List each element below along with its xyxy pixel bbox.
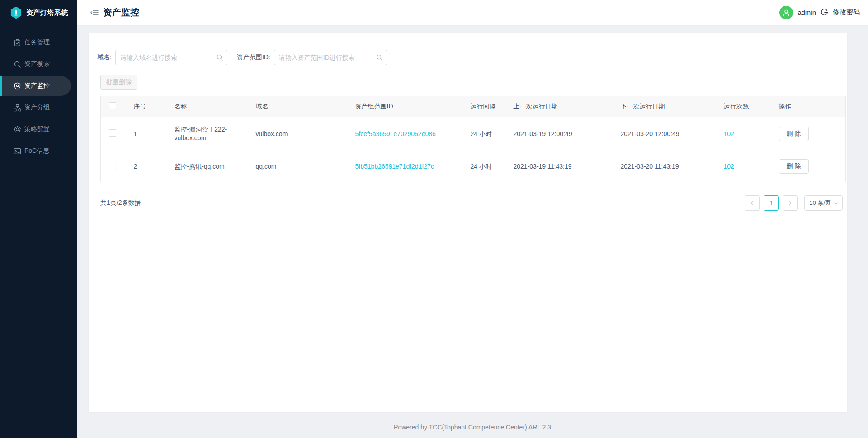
- delete-button[interactable]: 删 除: [779, 127, 809, 141]
- cell-interval: 24 小时: [462, 117, 505, 151]
- sitemap-icon: [14, 104, 21, 112]
- scope-id-link[interactable]: 5fb51bb26591e71df2d1f27c: [355, 163, 434, 170]
- domain-search-box: [115, 50, 227, 65]
- next-page-button[interactable]: [783, 195, 798, 211]
- main-area: 资产监控 admin 修改密码 域名:: [77, 0, 868, 438]
- col-header-next-run: 下一次运行日期: [613, 96, 716, 117]
- sidebar-item-task-management[interactable]: 任务管理: [0, 32, 77, 53]
- col-header-domain: 域名: [248, 96, 347, 117]
- search-icon[interactable]: [216, 54, 223, 61]
- run-count-link[interactable]: 102: [724, 130, 734, 137]
- scope-id-link[interactable]: 5fcef5a36591e7029052e086: [355, 130, 436, 137]
- username[interactable]: admin: [797, 9, 816, 16]
- search-icon[interactable]: [376, 54, 383, 61]
- lighthouse-logo-icon: [10, 7, 22, 19]
- cell-interval: 24 小时: [462, 151, 505, 182]
- sidebar-item-asset-search[interactable]: 资产搜索: [0, 53, 77, 75]
- cell-name: 监控-漏洞盒子222-vulbox.com: [166, 117, 248, 151]
- app-title: 资产灯塔系统: [26, 9, 68, 17]
- sidebar-item-label: 策略配置: [24, 125, 50, 133]
- page-size-value: 10 条/页: [809, 199, 831, 207]
- sidebar-item-asset-monitoring[interactable]: 资产监控: [0, 75, 77, 97]
- cell-index: 2: [126, 151, 166, 182]
- prev-page-button[interactable]: [745, 195, 760, 211]
- chevron-right-icon: [788, 200, 793, 206]
- chevron-down-icon: [834, 201, 839, 206]
- sidebar-item-poc-info[interactable]: PoC信息: [0, 140, 77, 162]
- col-header-actions: 操作: [771, 96, 846, 117]
- select-all-checkbox[interactable]: [109, 102, 116, 109]
- user-avatar-icon[interactable]: [779, 6, 793, 19]
- monitoring-table: 序号 名称 域名 资产组范围ID 运行间隔 上一次运行日期 下一次运行日期 运行…: [100, 96, 846, 182]
- col-header-scope-id: 资产组范围ID: [347, 96, 462, 117]
- sidebar-item-label: 资产监控: [24, 82, 50, 90]
- cell-last-run: 2021-03-19 12:00:49: [505, 117, 613, 151]
- pagination-summary: 共1页/2条数据: [100, 199, 141, 207]
- sidebar-menu: 任务管理 资产搜索 资产监控: [0, 32, 77, 162]
- app-logo: 资产灯塔系统: [0, 0, 77, 25]
- toolbar: 批量删除: [89, 65, 847, 90]
- col-header-name: 名称: [166, 96, 248, 117]
- topbar-right: admin 修改密码: [779, 6, 860, 19]
- pagination-controls: 1 10 条/页: [745, 195, 843, 211]
- col-header-interval: 运行间隔: [462, 96, 505, 117]
- col-header-run-count: 运行次数: [716, 96, 771, 117]
- scope-search-box: [274, 50, 387, 65]
- sidebar-item-label: 资产分组: [24, 104, 50, 112]
- sidebar-item-asset-grouping[interactable]: 资产分组: [0, 97, 77, 118]
- pagination-row: 共1页/2条数据 1 10 条/页: [100, 195, 843, 211]
- col-header-index: 序号: [126, 96, 166, 117]
- cell-next-run: 2021-03-20 11:43:19: [613, 151, 716, 182]
- menu-fold-icon[interactable]: [90, 9, 99, 16]
- cell-next-run: 2021-03-20 12:00:49: [613, 117, 716, 151]
- table-header-row: 序号 名称 域名 资产组范围ID 运行间隔 上一次运行日期 下一次运行日期 运行…: [101, 96, 846, 117]
- terminal-icon: [14, 147, 21, 155]
- shield-icon: [14, 82, 21, 90]
- scope-search-input[interactable]: [274, 50, 387, 65]
- filter-row: 域名: 资产范围ID:: [89, 33, 847, 65]
- page-number-button[interactable]: 1: [764, 195, 779, 211]
- table-row: 1 监控-漏洞盒子222-vulbox.com vulbox.com 5fcef…: [101, 117, 846, 151]
- cell-name: 监控-腾讯-qq.com: [166, 151, 248, 182]
- sidebar-item-label: PoC信息: [24, 147, 49, 155]
- sidebar-item-label: 任务管理: [24, 38, 50, 47]
- delete-button[interactable]: 删 除: [779, 159, 809, 174]
- clipboard-icon: [14, 39, 21, 47]
- cell-last-run: 2021-03-19 11:43:19: [505, 151, 613, 182]
- content: 域名: 资产范围ID:: [77, 25, 868, 438]
- run-count-link[interactable]: 102: [724, 163, 734, 170]
- active-item-accent-bar: [0, 76, 2, 96]
- domain-filter-label: 域名:: [97, 53, 112, 61]
- monitoring-card: 域名: 资产范围ID:: [89, 33, 847, 412]
- footer-credit: Powered by TCC(Tophant Competence Center…: [77, 424, 868, 431]
- cell-domain: vulbox.com: [248, 117, 347, 151]
- chevron-left-icon: [750, 200, 755, 206]
- change-password-link[interactable]: 修改密码: [833, 8, 860, 17]
- sidebar-item-label: 资产搜索: [24, 60, 50, 68]
- sidebar-item-policy-config[interactable]: 策略配置: [0, 118, 77, 140]
- row-checkbox[interactable]: [109, 162, 116, 169]
- table-row: 2 监控-腾讯-qq.com qq.com 5fb51bb26591e71df2…: [101, 151, 846, 182]
- batch-delete-button[interactable]: 批量删除: [100, 75, 137, 90]
- page-title: 资产监控: [103, 6, 139, 19]
- cell-index: 1: [126, 117, 166, 151]
- sidebar: 资产灯塔系统 任务管理 资产搜索: [0, 0, 77, 438]
- col-header-last-run: 上一次运行日期: [505, 96, 613, 117]
- page-size-select[interactable]: 10 条/页: [804, 195, 843, 211]
- cell-domain: qq.com: [248, 151, 347, 182]
- search-icon: [14, 61, 21, 68]
- scope-filter-label: 资产范围ID:: [237, 53, 270, 61]
- badge-icon: [14, 126, 21, 133]
- domain-search-input[interactable]: [115, 50, 227, 65]
- logout-icon[interactable]: [821, 9, 828, 16]
- topbar: 资产监控 admin 修改密码: [77, 0, 868, 25]
- row-checkbox[interactable]: [109, 129, 116, 137]
